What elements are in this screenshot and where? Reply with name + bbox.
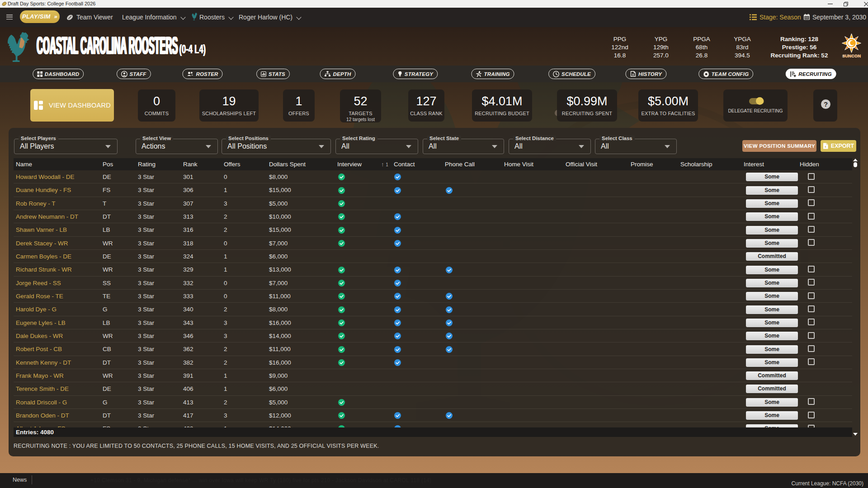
svg-text:x: x (825, 145, 826, 148)
svg-text:SUNCON: SUNCON (842, 53, 861, 58)
